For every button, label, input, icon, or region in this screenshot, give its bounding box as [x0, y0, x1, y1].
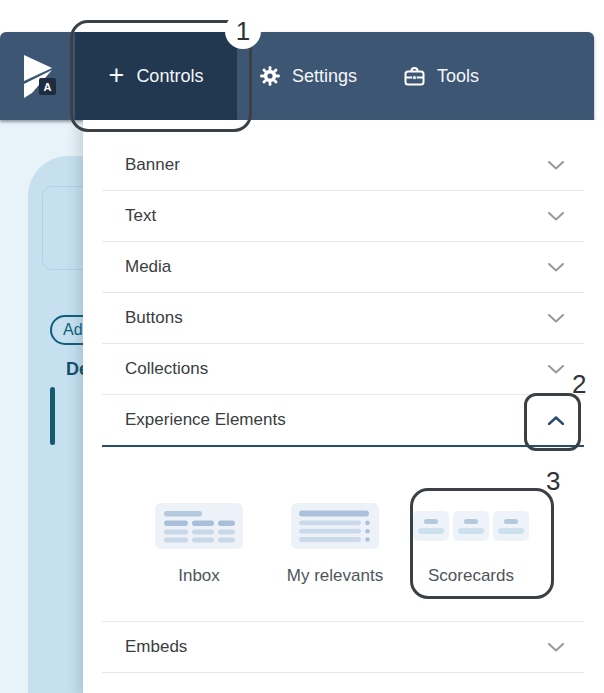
- background-selection-bar: [50, 387, 55, 445]
- tab-settings[interactable]: Settings: [256, 32, 361, 120]
- accordion-embeds[interactable]: Embeds: [102, 621, 584, 673]
- annotation-box-step2: [524, 393, 581, 451]
- accordion-banner-label: Banner: [125, 155, 180, 175]
- accordion-media-label: Media: [125, 257, 171, 277]
- inbox-grid-icon: [155, 503, 243, 549]
- accordion-experience-elements[interactable]: Experience Elements: [102, 395, 584, 447]
- list-rows-icon: [291, 503, 379, 549]
- chevron-down-icon[interactable]: [548, 643, 564, 652]
- accordion-text-label: Text: [125, 206, 156, 226]
- control-tile-inbox[interactable]: Inbox: [131, 503, 267, 586]
- accordion-banner[interactable]: Banner: [102, 140, 584, 191]
- chevron-down-icon[interactable]: [548, 314, 564, 323]
- brightspot-logo-icon: A: [18, 53, 58, 99]
- background-page: Ad De: [0, 118, 86, 693]
- tile-label-my-relevants: My relevants: [287, 566, 383, 586]
- accordion-text[interactable]: Text: [102, 191, 584, 242]
- chevron-down-icon[interactable]: [548, 161, 564, 170]
- annotation-number-step3: 3: [546, 468, 560, 494]
- accordion-buttons[interactable]: Buttons: [102, 293, 584, 344]
- control-tile-my-relevants[interactable]: My relevants: [267, 503, 403, 586]
- accordion-collections[interactable]: Collections: [102, 344, 584, 395]
- tab-tools-label: Tools: [437, 66, 479, 87]
- step1-number: 1: [236, 18, 250, 44]
- chevron-down-icon[interactable]: [548, 212, 564, 221]
- tile-label-inbox: Inbox: [178, 566, 220, 586]
- annotation-box-step3: [410, 488, 554, 599]
- chevron-down-icon[interactable]: [548, 365, 564, 374]
- accordion-embeds-label: Embeds: [125, 637, 187, 657]
- tab-tools[interactable]: Tools: [400, 32, 483, 120]
- annotation-number-step2: 2: [572, 371, 586, 397]
- tab-settings-label: Settings: [292, 66, 357, 87]
- accordion-experience-elements-label: Experience Elements: [125, 410, 286, 430]
- accordion-buttons-label: Buttons: [125, 308, 183, 328]
- toolbox-icon: [404, 66, 425, 87]
- accordion-collections-label: Collections: [125, 359, 208, 379]
- gear-icon: [260, 66, 280, 86]
- accordion-media[interactable]: Media: [102, 242, 584, 293]
- annotation-box-step1: [70, 20, 252, 132]
- chevron-down-icon[interactable]: [548, 263, 564, 272]
- annotation-number-step1: 1: [225, 13, 261, 49]
- logo-badge-letter: A: [44, 81, 52, 93]
